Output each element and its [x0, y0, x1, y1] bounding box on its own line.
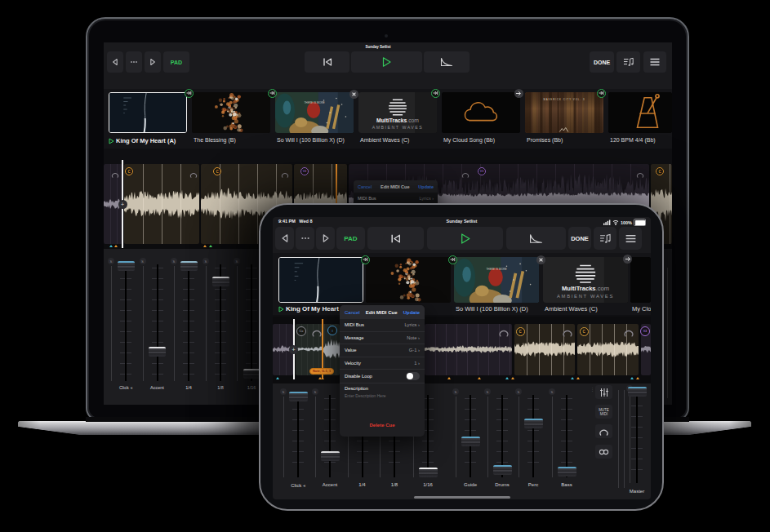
svg-text:AMBIENT WAVES: AMBIENT WAVES [557, 294, 614, 299]
svg-text:MultiTracks.com: MultiTracks.com [562, 285, 609, 292]
svg-text:THERE IS MORE: THERE IS MORE [486, 268, 506, 271]
svg-text:AMBIENT WAVES: AMBIENT WAVES [372, 125, 424, 130]
svg-text:MultiTracks.com: MultiTracks.com [376, 117, 419, 123]
svg-text:THERE IS MORE: THERE IS MORE [304, 101, 324, 104]
svg-text:MAVERICK CITY VOL. 3: MAVERICK CITY VOL. 3 [544, 98, 585, 101]
